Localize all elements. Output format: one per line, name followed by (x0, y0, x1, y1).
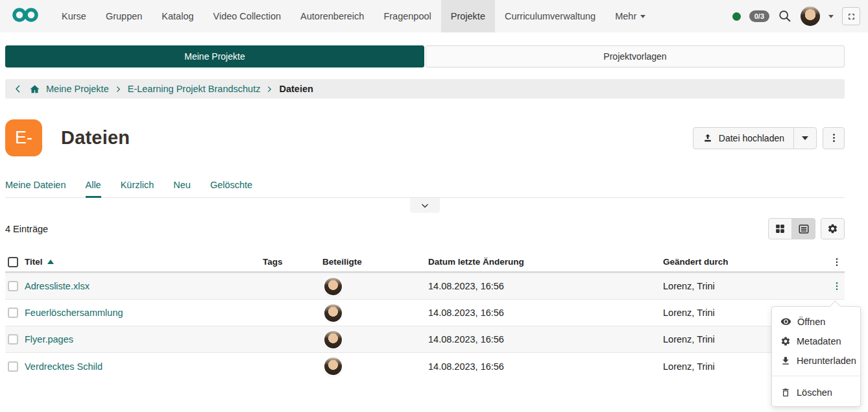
view-controls (768, 218, 845, 239)
file-title-link[interactable]: Feuerlöschersammlung (25, 308, 263, 318)
upload-dropdown-button[interactable] (793, 127, 817, 149)
home-icon[interactable] (29, 84, 40, 95)
eye-icon (780, 316, 791, 327)
project-section-tabs: Meine Projekte Projektvorlagen (0, 45, 868, 67)
column-header-beteiligte[interactable]: Beteiligte (322, 257, 428, 267)
cell-date: 14.08.2023, 16:56 (428, 361, 663, 372)
nav-item-fragenpool[interactable]: Fragenpool (374, 0, 440, 32)
table-row[interactable]: Flyer.pages 14.08.2023, 16:56 Lorenz, Tr… (5, 326, 845, 353)
nav-item-kurse[interactable]: Kurse (52, 0, 96, 32)
file-filter-tabs: Meine Dateien Alle Kürzlich Neu Gelöscht… (5, 180, 845, 198)
menu-item-loeschen[interactable]: Löschen (772, 383, 860, 402)
tab-kuerzlich[interactable]: Kürzlich (121, 180, 154, 197)
list-settings-button[interactable] (821, 218, 845, 239)
entry-count: 4 Einträge (5, 224, 48, 234)
row-checkbox[interactable] (8, 361, 18, 372)
files-table: Titel Tags Beteiligte Datum letzte Änder… (0, 252, 868, 380)
collapse-filters-button[interactable] (410, 198, 440, 213)
tab-meine-dateien[interactable]: Meine Dateien (5, 180, 66, 197)
menu-divider (772, 376, 860, 376)
project-badge: E- (5, 119, 42, 156)
select-all-checkbox[interactable] (8, 257, 18, 267)
table-header-more-button[interactable] (832, 257, 842, 267)
file-title-link[interactable]: Adressliste.xlsx (25, 281, 263, 291)
participant-avatar[interactable] (324, 278, 342, 295)
tab-neu[interactable]: Neu (173, 180, 191, 197)
topbar-right-cluster: 0/3 (732, 0, 868, 32)
participant-avatar[interactable] (324, 304, 342, 322)
nav-item-autorenbereich[interactable]: Autorenbereich (291, 0, 374, 32)
upload-icon (703, 133, 713, 143)
list-view-button[interactable] (791, 218, 815, 239)
tab-meine-projekte[interactable]: Meine Projekte (5, 45, 424, 67)
trash-icon (780, 387, 791, 398)
breadcrumb-current: Dateien (279, 84, 313, 94)
nav-item-katalog[interactable]: Katalog (152, 0, 203, 32)
row-checkbox[interactable] (8, 308, 18, 318)
table-row[interactable]: Adressliste.xlsx 14.08.2023, 16:56 Loren… (5, 273, 845, 300)
breadcrumb: Meine Projekte E-Learning Projekt Brands… (5, 79, 845, 99)
nav-item-curriculumverwaltung[interactable]: Curriculumverwaltung (495, 0, 605, 32)
counter-badge: 0/3 (749, 10, 769, 22)
table-header-row: Titel Tags Beteiligte Datum letzte Änder… (5, 252, 845, 273)
download-icon (780, 356, 791, 366)
file-title-link[interactable]: Flyer.pages (25, 334, 263, 345)
header-more-actions-button[interactable] (823, 127, 845, 149)
sort-ascending-icon (47, 260, 54, 264)
chevron-right-icon (115, 86, 122, 93)
page-title: Dateien (61, 127, 130, 149)
breadcrumb-link-meine-projekte[interactable]: Meine Projekte (46, 84, 109, 94)
kebab-icon (832, 257, 842, 267)
menu-item-metadaten[interactable]: Metadaten (772, 332, 860, 351)
chevron-right-icon (266, 86, 273, 93)
nav-item-video-collection[interactable]: Video Collection (204, 0, 291, 32)
user-avatar[interactable] (801, 6, 820, 26)
cell-date: 14.08.2023, 16:56 (428, 308, 663, 318)
app-logo[interactable] (0, 0, 52, 32)
user-menu-chevron-down-icon[interactable] (828, 15, 834, 18)
column-header-datum[interactable]: Datum letzte Änderung (428, 257, 663, 267)
row-checkbox[interactable] (8, 334, 18, 345)
row-more-actions-button[interactable] (832, 281, 842, 291)
nav-item-projekte[interactable]: Projekte (441, 0, 495, 32)
nav-item-gruppen[interactable]: Gruppen (96, 0, 152, 32)
column-header-tags[interactable]: Tags (263, 257, 322, 267)
table-row[interactable]: Verdrecktes Schild 14.08.2023, 16:56 Lor… (5, 353, 845, 380)
tab-geloeschte[interactable]: Gelöschte (210, 180, 252, 197)
filter-collapse-row (5, 198, 845, 213)
cell-date: 14.08.2023, 16:56 (428, 334, 663, 345)
top-navigation-bar: Kurse Gruppen Katalog Video Collection A… (0, 0, 868, 32)
back-chevron-left-icon[interactable] (13, 84, 23, 94)
upload-file-button[interactable]: Datei hochladen (693, 127, 794, 149)
table-row[interactable]: Feuerlöschersammlung 14.08.2023, 16:56 L… (5, 300, 845, 326)
file-title-link[interactable]: Verdrecktes Schild (25, 361, 263, 372)
header-actions: Datei hochladen (693, 127, 845, 149)
kebab-icon (828, 132, 839, 143)
fullscreen-icon (847, 12, 856, 21)
row-checkbox[interactable] (8, 281, 18, 291)
grid-view-button[interactable] (768, 218, 792, 239)
chevron-down-icon (802, 136, 808, 140)
fullscreen-button[interactable] (842, 7, 860, 25)
list-view-icon (798, 223, 810, 235)
tab-projektvorlagen[interactable]: Projektvorlagen (426, 45, 845, 67)
main-navigation: Kurse Gruppen Katalog Video Collection A… (52, 0, 655, 32)
participant-avatar[interactable] (324, 357, 342, 375)
grid-view-icon (775, 223, 786, 234)
column-header-geaendert-durch[interactable]: Geändert durch (663, 257, 828, 267)
status-dot (732, 12, 741, 21)
page-header: E- Dateien Datei hochladen (0, 119, 868, 156)
menu-item-oeffnen[interactable]: Öffnen (772, 311, 860, 332)
view-toggle-group (768, 218, 815, 239)
chevron-down-icon (420, 201, 429, 210)
breadcrumb-link-projekt[interactable]: E-Learning Projekt Brandschutz (128, 84, 261, 94)
column-header-titel[interactable]: Titel (25, 257, 263, 267)
kebab-icon (832, 281, 842, 291)
participant-avatar[interactable] (324, 331, 342, 348)
nav-item-mehr[interactable]: Mehr (605, 0, 655, 32)
tab-alle[interactable]: Alle (86, 180, 101, 197)
menu-item-herunterladen[interactable]: Herunterladen (772, 351, 860, 370)
gear-icon (780, 336, 791, 346)
cell-date: 14.08.2023, 16:56 (428, 281, 663, 291)
search-icon[interactable] (778, 9, 792, 23)
